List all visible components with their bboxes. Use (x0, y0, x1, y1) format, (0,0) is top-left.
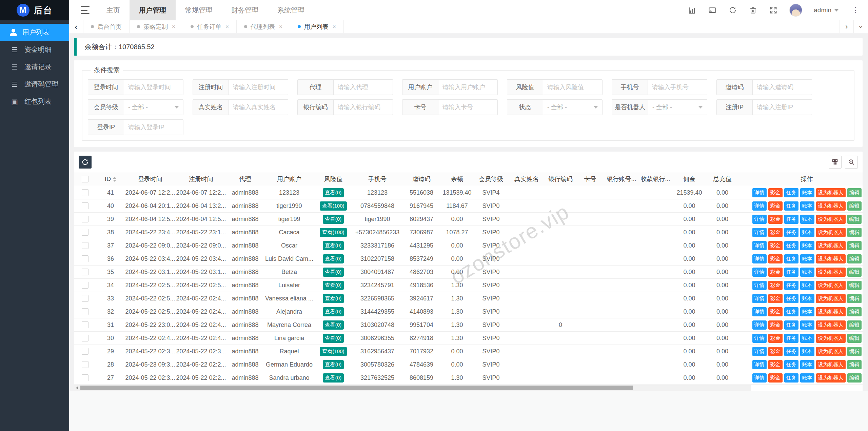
edit-button[interactable]: 编辑 (847, 360, 862, 369)
set-robot-button[interactable]: 设为机器人 (816, 360, 846, 369)
risk-view-button[interactable]: 查看(0) (323, 215, 344, 224)
detail-button[interactable]: 详情 (752, 268, 767, 277)
edit-button[interactable]: 编辑 (847, 373, 862, 383)
bonus-button[interactable]: 彩金 (768, 268, 783, 277)
row-checkbox[interactable] (82, 189, 88, 196)
row-checkbox[interactable] (82, 335, 88, 341)
scrollbar-thumb[interactable] (80, 386, 633, 390)
set-robot-button[interactable]: 设为机器人 (816, 215, 846, 224)
page-tab[interactable]: 代理列表 (237, 20, 290, 33)
detail-button[interactable]: 详情 (752, 201, 767, 211)
row-checkbox[interactable] (82, 229, 88, 236)
field-input[interactable] (547, 84, 598, 91)
page-tab[interactable]: 用户列表 (290, 20, 344, 33)
bonus-button[interactable]: 彩金 (768, 347, 783, 356)
field-select[interactable]: - 全部 - (547, 103, 567, 111)
bonus-button[interactable]: 彩金 (768, 228, 783, 237)
task-button[interactable]: 任务 (784, 201, 798, 211)
bonus-button[interactable]: 彩金 (768, 215, 783, 224)
edit-button[interactable]: 编辑 (847, 188, 862, 197)
topnav-item[interactable]: 财务管理 (222, 0, 268, 20)
page-tab[interactable]: 任务订单 (183, 20, 237, 33)
sidebar-item[interactable]: 邀请码管理 (0, 76, 69, 93)
edit-button[interactable]: 编辑 (847, 201, 862, 211)
task-button[interactable]: 任务 (784, 188, 798, 197)
risk-view-button[interactable]: 查看(0) (323, 334, 344, 343)
bonus-button[interactable]: 彩金 (768, 254, 783, 263)
row-checkbox[interactable] (82, 374, 88, 381)
set-robot-button[interactable]: 设为机器人 (816, 320, 846, 330)
bonus-button[interactable]: 彩金 (768, 201, 783, 211)
bonus-button[interactable]: 彩金 (768, 294, 783, 303)
ledger-button[interactable]: 账本 (800, 281, 814, 290)
risk-view-button[interactable]: 查看(100) (320, 347, 347, 356)
risk-view-button[interactable]: 查看(100) (320, 201, 347, 211)
row-checkbox[interactable] (82, 242, 88, 249)
detail-button[interactable]: 详情 (752, 347, 767, 356)
detail-button[interactable]: 详情 (752, 254, 767, 263)
field-input[interactable] (338, 104, 389, 111)
detail-button[interactable]: 详情 (752, 215, 767, 224)
detail-button[interactable]: 详情 (752, 307, 767, 316)
task-button[interactable]: 任务 (784, 228, 798, 237)
risk-view-button[interactable]: 查看(0) (323, 373, 344, 383)
set-robot-button[interactable]: 设为机器人 (816, 201, 846, 211)
edit-button[interactable]: 编辑 (847, 334, 862, 343)
sort-icon[interactable] (113, 177, 116, 182)
task-button[interactable]: 任务 (784, 294, 798, 303)
collapse-menu-icon[interactable] (81, 6, 91, 14)
field-input[interactable] (652, 84, 703, 91)
field-select[interactable]: - 全部 - (652, 103, 672, 111)
table-search-button[interactable] (845, 156, 858, 169)
set-robot-button[interactable]: 设为机器人 (816, 268, 846, 277)
bonus-button[interactable]: 彩金 (768, 188, 783, 197)
ledger-button[interactable]: 账本 (800, 373, 814, 383)
ledger-button[interactable]: 账本 (800, 307, 814, 316)
tabs-menu-icon[interactable] (854, 20, 868, 33)
field-input[interactable] (128, 124, 179, 131)
ledger-button[interactable]: 账本 (800, 347, 814, 356)
topnav-item[interactable]: 主页 (97, 0, 130, 20)
set-robot-button[interactable]: 设为机器人 (816, 307, 846, 316)
field-input[interactable] (757, 104, 808, 111)
detail-button[interactable]: 详情 (752, 294, 767, 303)
bonus-button[interactable]: 彩金 (768, 334, 783, 343)
ledger-button[interactable]: 账本 (800, 254, 814, 263)
tabs-scroll-left-icon[interactable] (69, 20, 83, 33)
topnav-item[interactable]: 用户管理 (130, 0, 176, 20)
edit-button[interactable]: 编辑 (847, 254, 862, 263)
bonus-button[interactable]: 彩金 (768, 281, 783, 290)
ledger-button[interactable]: 账本 (800, 228, 814, 237)
bonus-button[interactable]: 彩金 (768, 360, 783, 369)
bonus-button[interactable]: 彩金 (768, 320, 783, 330)
edit-button[interactable]: 编辑 (847, 347, 862, 356)
set-robot-button[interactable]: 设为机器人 (816, 347, 846, 356)
tabs-scroll-right-icon[interactable] (840, 20, 854, 33)
field-input[interactable] (128, 84, 179, 91)
task-button[interactable]: 任务 (784, 347, 798, 356)
row-checkbox[interactable] (82, 216, 88, 222)
detail-button[interactable]: 详情 (752, 373, 767, 383)
scroll-left-arrow[interactable] (74, 385, 80, 391)
risk-view-button[interactable]: 查看(0) (323, 294, 344, 303)
field-input[interactable] (757, 84, 808, 91)
ledger-button[interactable]: 账本 (800, 320, 814, 330)
ledger-button[interactable]: 账本 (800, 215, 814, 224)
row-checkbox[interactable] (82, 255, 88, 262)
detail-button[interactable]: 详情 (752, 281, 767, 290)
set-robot-button[interactable]: 设为机器人 (816, 254, 846, 263)
task-button[interactable]: 任务 (784, 360, 798, 369)
row-checkbox[interactable] (82, 361, 88, 368)
edit-button[interactable]: 编辑 (847, 228, 862, 237)
avatar[interactable] (789, 4, 802, 17)
row-checkbox[interactable] (82, 295, 88, 302)
user-dropdown[interactable]: admin (814, 6, 839, 14)
task-button[interactable]: 任务 (784, 307, 798, 316)
detail-button[interactable]: 详情 (752, 360, 767, 369)
set-robot-button[interactable]: 设为机器人 (816, 241, 846, 250)
row-checkbox[interactable] (82, 348, 88, 355)
detail-button[interactable]: 详情 (752, 320, 767, 330)
scrollbar-track[interactable] (80, 385, 751, 391)
more-icon[interactable] (850, 6, 861, 15)
ledger-button[interactable]: 账本 (800, 241, 814, 250)
